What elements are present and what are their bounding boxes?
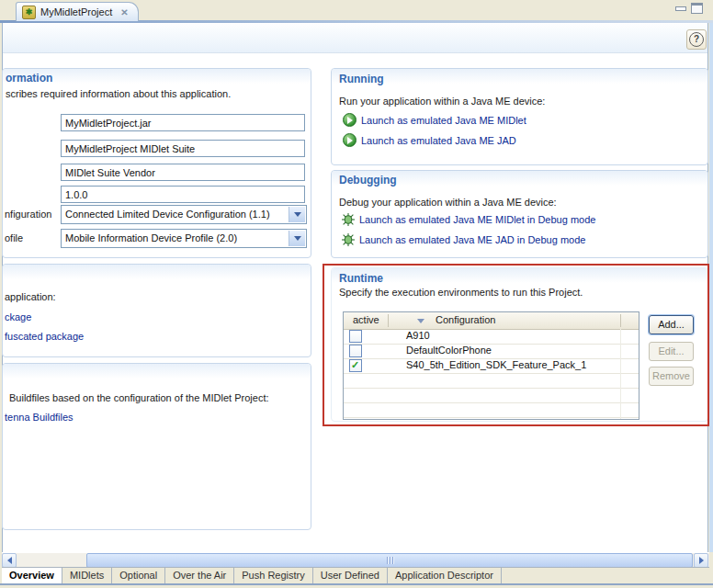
column-separator (620, 314, 621, 327)
tab-optional[interactable]: Optional (112, 568, 165, 583)
table-row[interactable]: ✓ S40_5th_Edition_SDK_Feature_Pack_1 (344, 358, 639, 374)
create-package-link[interactable]: ckage (5, 311, 31, 322)
remove-button[interactable]: Remove (649, 367, 694, 386)
runtime-intro: Specify the execution environments to ru… (339, 287, 583, 298)
configuration-cell: S40_5th_Edition_SDK_Feature_Pack_1 (406, 359, 586, 370)
profile-dropdown-button[interactable] (289, 231, 305, 246)
midlet-suite-vendor-field[interactable] (61, 164, 305, 181)
table-row-empty[interactable] (344, 388, 639, 403)
horizontal-scrollbar[interactable] (2, 552, 709, 568)
column-header-configuration[interactable]: Configuration (436, 314, 495, 325)
midlet-project-icon: ✱ (22, 6, 36, 19)
profile-label: ofile (5, 232, 23, 243)
table-row[interactable]: DefaultColorPhone (344, 344, 639, 359)
antenna-buildfiles-link[interactable]: tenna Buildfiles (5, 412, 74, 423)
editor-tab-mymidletproject[interactable]: ✱ MyMidletProject ✕ (16, 2, 139, 21)
profile-dropdown[interactable]: Mobile Information Device Profile (2.0) (61, 229, 307, 248)
column-header-active[interactable]: active (353, 314, 379, 325)
running-section: Running Run your application within a Ja… (331, 68, 708, 165)
information-section-description: scribes required information about this … (6, 88, 231, 99)
tab-application-descriptor[interactable]: Application Descriptor (388, 568, 502, 583)
table-row-empty[interactable] (344, 373, 639, 389)
configuration-dropdown-value: Connected Limited Device Configuration (… (65, 209, 270, 220)
launch-midlet-link-label: Launch as emulated Java ME MIDlet (361, 115, 526, 126)
tab-midlets[interactable]: MIDlets (62, 568, 112, 583)
editor-bottom-border (0, 583, 713, 585)
scroll-left-icon (7, 557, 12, 564)
midlet-suite-name-field[interactable] (61, 140, 305, 157)
debug-jad-link[interactable]: Launch as emulated Java ME JAD in Debug … (342, 233, 585, 246)
scrollbar-grip (392, 557, 393, 564)
runtime-configurations-table: active Configuration A910 DefaultColorPh… (343, 311, 639, 420)
packaging-intro: application: (5, 291, 56, 302)
column-separator (388, 314, 389, 327)
profile-dropdown-value: Mobile Information Device Profile (2.0) (65, 232, 237, 243)
debug-midlet-link[interactable]: Launch as emulated Java ME MIDlet in Deb… (342, 213, 595, 226)
run-play-icon (343, 113, 356, 127)
edit-button[interactable]: Edit... (649, 342, 694, 361)
running-intro: Run your application within a Java ME de… (339, 96, 545, 107)
version-field[interactable] (61, 186, 305, 203)
chevron-down-icon (294, 212, 301, 217)
debugging-section-title: Debugging (339, 174, 397, 187)
scroll-left-button[interactable] (2, 553, 17, 568)
help-icon: ? (689, 32, 704, 47)
packaging-section: application: ckage fuscated package (2, 264, 311, 357)
tab-over-the-air[interactable]: Over the Air (165, 568, 234, 583)
run-play-icon (343, 133, 356, 147)
configuration-dropdown[interactable]: Connected Limited Device Configuration (… (61, 205, 307, 224)
add-button[interactable]: Add... (649, 315, 694, 334)
launch-jad-link[interactable]: Launch as emulated Java ME JAD (343, 133, 516, 147)
launch-midlet-link[interactable]: Launch as emulated Java ME MIDlet (343, 113, 526, 127)
help-button[interactable]: ? (686, 29, 707, 50)
scrollbar-thumb[interactable] (86, 553, 693, 568)
sort-descending-icon (417, 319, 424, 323)
information-section-title: ormation (6, 72, 52, 85)
building-intro: Buildfiles based on the configuration of… (9, 392, 269, 403)
debug-bug-icon (342, 233, 355, 246)
scroll-right-icon (699, 557, 704, 564)
tab-user-defined[interactable]: User Defined (313, 568, 388, 583)
building-section: Buildfiles based on the configuration of… (2, 363, 311, 530)
configuration-cell: A910 (406, 330, 430, 341)
table-vertical-separator (620, 329, 621, 419)
editor-right-border (709, 23, 713, 552)
debug-bug-icon (342, 213, 355, 226)
scroll-right-button[interactable] (694, 553, 708, 568)
launch-jad-link-label: Launch as emulated Java ME JAD (361, 135, 516, 146)
table-header-row: active Configuration (344, 312, 639, 330)
minimize-icon[interactable] (675, 6, 686, 11)
editor-page-tabs: Overview MIDlets Optional Over the Air P… (2, 567, 709, 583)
information-section: ormation scribes required information ab… (2, 68, 311, 258)
active-checkbox-unchecked[interactable] (349, 330, 362, 343)
runtime-section-title: Runtime (339, 272, 383, 285)
table-row-empty[interactable] (344, 402, 639, 418)
close-icon[interactable]: ✕ (120, 7, 128, 17)
debugging-intro: Debug your application within a Java ME … (339, 197, 557, 208)
scrollbar-grip (390, 557, 390, 564)
tab-overview[interactable]: Overview (2, 568, 62, 583)
running-section-title: Running (339, 73, 384, 85)
configuration-cell: DefaultColorPhone (406, 345, 492, 356)
debug-midlet-link-label: Launch as emulated Java ME MIDlet in Deb… (359, 214, 595, 225)
configuration-dropdown-button[interactable] (289, 207, 305, 222)
configuration-label: nfiguration (5, 209, 51, 220)
check-icon: ✓ (351, 360, 361, 370)
tab-push-registry[interactable]: Push Registry (234, 568, 312, 583)
debug-jad-link-label: Launch as emulated Java ME JAD in Debug … (359, 234, 585, 245)
active-checkbox-checked[interactable]: ✓ (349, 359, 362, 372)
scrollbar-grip (387, 557, 388, 564)
table-row[interactable]: A910 (344, 329, 639, 345)
jar-file-field[interactable] (61, 114, 305, 131)
maximize-icon[interactable] (691, 3, 703, 14)
editor-tab-title: MyMidletProject (40, 6, 112, 17)
create-obfuscated-package-link[interactable]: fuscated package (5, 331, 84, 342)
debugging-section: Debugging Debug your application within … (331, 170, 708, 258)
runtime-section: Runtime Specify the execution environmen… (331, 267, 708, 422)
chevron-down-icon (294, 236, 301, 241)
active-checkbox-unchecked[interactable] (349, 345, 362, 357)
form-header-band (3, 24, 707, 53)
